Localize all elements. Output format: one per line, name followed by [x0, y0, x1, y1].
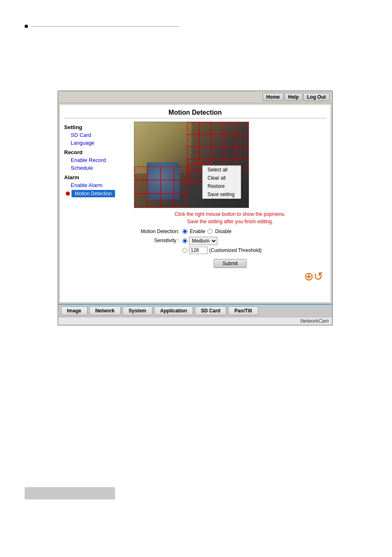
- sensitivity-dropdown-row: Medium: [182, 237, 262, 245]
- tab-system[interactable]: System: [122, 306, 152, 315]
- sensitivity-custom-row: (Customized Threshold): [182, 247, 262, 254]
- sidebar-alarm-group: Alarm: [64, 174, 130, 180]
- svg-rect-11: [134, 166, 188, 208]
- medium-radio[interactable]: [182, 238, 187, 243]
- tab-sd-card[interactable]: SD Card: [195, 306, 226, 315]
- threshold-label: (Customized Threshold): [209, 247, 262, 253]
- camera-panel: Select all Clear all Restore Save settin…: [134, 122, 326, 285]
- logo-icon: ⊕↺: [304, 270, 323, 283]
- instruction-text: Click the right mouse button to show the…: [134, 210, 326, 225]
- sidebar-item-sd-card[interactable]: SD Card: [64, 131, 130, 139]
- help-button[interactable]: Help: [284, 93, 302, 101]
- sidebar-item-schedule[interactable]: Schedule: [64, 164, 130, 172]
- motion-detection-label: Motion Detection:: [134, 229, 179, 234]
- logo-area: ⊕↺: [134, 268, 326, 285]
- enable-label: Enable: [190, 229, 205, 234]
- tab-pan-tilt[interactable]: Pan/Tilt: [228, 306, 258, 315]
- sidebar-setting-group: Setting: [64, 124, 130, 130]
- status-bar: NetworkCam: [58, 317, 332, 325]
- custom-radio[interactable]: [182, 248, 187, 253]
- disable-label: Disable: [215, 229, 231, 234]
- instruction-line1: Click the right mouse button to show the…: [134, 210, 326, 218]
- context-select-all[interactable]: Select all: [203, 166, 241, 174]
- tab-image[interactable]: Image: [61, 306, 88, 315]
- motion-detection-radio-group: Enable Disable: [182, 229, 231, 234]
- camera-ui: Home Help Log Out Motion Detection Setti…: [58, 90, 333, 326]
- tab-application[interactable]: Application: [154, 306, 193, 315]
- video-container: Select all Clear all Restore Save settin…: [134, 122, 249, 208]
- top-bar: Home Help Log Out: [58, 91, 332, 103]
- home-button[interactable]: Home: [263, 93, 284, 101]
- main-content: Motion Detection Setting SD Card Languag…: [60, 105, 330, 302]
- instruction-line2: Save the setting after you finish editin…: [134, 218, 326, 225]
- enable-radio[interactable]: [182, 229, 187, 234]
- active-dot: [66, 192, 70, 196]
- threshold-input[interactable]: [189, 247, 208, 254]
- tab-network[interactable]: Network: [89, 306, 121, 315]
- context-menu: Select all Clear all Restore Save settin…: [202, 165, 241, 199]
- bullet-line: [31, 26, 179, 27]
- logout-button[interactable]: Log Out: [303, 93, 330, 101]
- context-save-setting[interactable]: Save setting: [203, 190, 241, 199]
- sidebar-item-language[interactable]: Language: [64, 139, 130, 147]
- sidebar-item-motion-detection[interactable]: Motion Detection: [71, 190, 115, 197]
- sidebar-item-enable-alarm[interactable]: Enable Alarm: [64, 181, 130, 189]
- motion-detection-row: Motion Detection: Enable Disable: [134, 229, 326, 234]
- tab-bar: Image Network System Application SD Card…: [58, 304, 332, 317]
- sidebar: Setting SD Card Language Record Enable R…: [64, 122, 130, 285]
- context-restore[interactable]: Restore: [203, 182, 241, 190]
- submit-row: Submit: [134, 259, 326, 268]
- sensitivity-row: Sensitivity : Medium (Customized Thresho…: [134, 237, 326, 254]
- context-clear-all[interactable]: Clear all: [203, 174, 241, 182]
- sidebar-item-motion-detection-row[interactable]: Motion Detection: [64, 189, 130, 198]
- bullet-section: [25, 25, 179, 28]
- disable-radio[interactable]: [208, 229, 212, 234]
- sensitivity-label: Sensitivity :: [134, 237, 179, 243]
- submit-button[interactable]: Submit: [214, 259, 246, 268]
- content-area: Setting SD Card Language Record Enable R…: [64, 122, 326, 285]
- sensitivity-select[interactable]: Medium: [189, 237, 217, 245]
- sidebar-record-group: Record: [64, 149, 130, 155]
- sidebar-item-enable-record[interactable]: Enable Record: [64, 156, 130, 164]
- bottom-gray-box: [25, 487, 115, 499]
- red-grid-bottom-left: [134, 166, 188, 208]
- bullet-dot: [25, 25, 28, 28]
- page-title: Motion Detection: [64, 109, 326, 118]
- sensitivity-options: Medium (Customized Threshold): [182, 237, 262, 254]
